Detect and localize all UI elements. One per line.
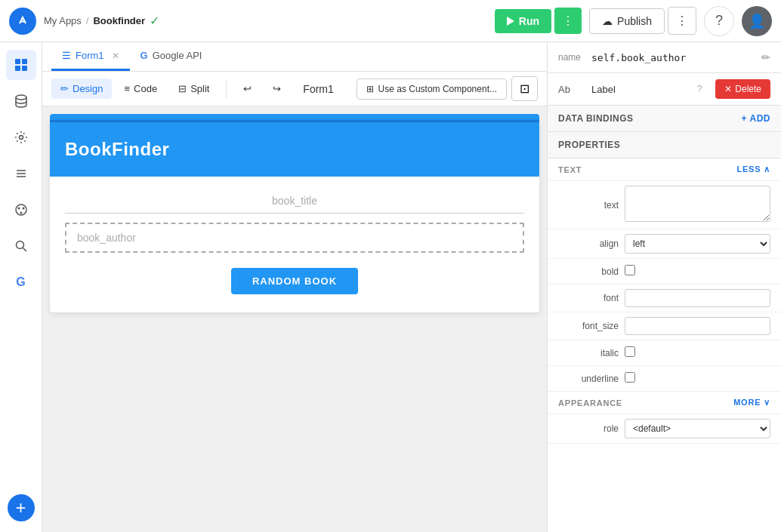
help-button[interactable]: ?: [704, 6, 734, 36]
role-prop-row: role <default> primary secondary danger: [548, 414, 781, 444]
user-avatar[interactable]: 👤: [742, 6, 772, 36]
sidebar-icon-grid[interactable]: [6, 50, 36, 80]
design-label: Design: [73, 83, 103, 94]
name-row: name self.book_author ✏: [548, 42, 781, 73]
undo-button[interactable]: ↩: [234, 78, 261, 99]
align-prop-label: align: [558, 238, 619, 249]
role-select[interactable]: <default> primary secondary danger: [625, 419, 770, 438]
sidebar-icon-google[interactable]: G: [6, 267, 36, 297]
bold-checkbox[interactable]: [625, 265, 635, 275]
data-bindings-section: DATA BINDINGS + ADD: [548, 106, 781, 132]
center-area: ☰ Form1 ✕ G Google API ✏ Design ≡ Code ⊟…: [42, 42, 547, 532]
underline-prop-value: [625, 372, 770, 385]
sidebar-icon-palette[interactable]: [6, 195, 36, 225]
svg-point-12: [17, 208, 20, 210]
question-icon: ?: [715, 13, 723, 29]
split-icon: ⊟: [178, 83, 187, 94]
align-prop-value: left center right justify: [625, 234, 770, 254]
delete-x-icon: ✕: [724, 84, 732, 94]
layout-toggle-button[interactable]: ⊡: [511, 76, 538, 101]
underline-checkbox[interactable]: [625, 372, 635, 383]
form-btn-row: RANDOM BOOK: [65, 262, 524, 300]
svg-rect-5: [22, 66, 27, 71]
left-sidebar: G +: [0, 42, 42, 532]
run-triangle-icon: [507, 17, 514, 26]
sidebar-icon-list[interactable]: [6, 158, 36, 189]
data-bindings-label: DATA BINDINGS: [558, 113, 634, 124]
random-book-button[interactable]: RANDOM BOOK: [231, 268, 358, 294]
text-section-label: TEXT: [558, 165, 582, 174]
more-button[interactable]: MORE ∨: [733, 398, 770, 407]
toolbar-right: ⊞ Use as Custom Component... ⊡: [357, 76, 538, 101]
sidebar-icon-settings[interactable]: [6, 122, 36, 152]
design-button[interactable]: ✏ Design: [51, 78, 112, 99]
appearance-group-label: APPEARANCE MORE ∨: [548, 392, 781, 414]
tab-form1[interactable]: ☰ Form1 ✕: [51, 42, 130, 71]
font-input[interactable]: [625, 289, 770, 307]
underline-prop-label: underline: [558, 374, 619, 384]
publish-label: Publish: [617, 15, 652, 27]
publish-kebab-button[interactable]: ⋮: [668, 7, 696, 35]
breadcrumb: My Apps / Bookfinder ✓: [44, 14, 159, 28]
breadcrumb-sep: /: [86, 15, 89, 26]
book-author-placeholder: book_author: [77, 232, 136, 244]
book-title-field: book_title: [65, 189, 524, 214]
split-button[interactable]: ⊟ Split: [169, 78, 218, 99]
name-prop-value: self.book_author: [591, 52, 755, 63]
edit-name-icon[interactable]: ✏: [761, 51, 770, 63]
breadcrumb-apps[interactable]: My Apps: [44, 15, 82, 26]
align-prop-row: align left center right justify: [548, 229, 781, 259]
design-icon: ✏: [60, 83, 69, 94]
custom-component-label: Use as Custom Component...: [378, 84, 497, 94]
text-input[interactable]: [625, 186, 770, 222]
sidebar-icon-search[interactable]: [6, 231, 36, 261]
custom-component-button[interactable]: ⊞ Use as Custom Component...: [357, 78, 507, 100]
book-author-field[interactable]: book_author: [65, 223, 524, 253]
svg-rect-2: [15, 59, 20, 64]
delete-button[interactable]: ✕ Delete: [715, 79, 770, 99]
help-icon[interactable]: ?: [697, 84, 702, 94]
italic-prop-label: italic: [558, 348, 619, 358]
less-button[interactable]: LESS ∧: [736, 165, 770, 174]
sidebar-icon-database[interactable]: [6, 86, 36, 116]
add-icon: +: [15, 499, 26, 517]
italic-checkbox[interactable]: [625, 346, 635, 357]
text-prop-label: text: [558, 200, 619, 211]
form-preview: BookFinder book_title book_author RANDOM…: [50, 120, 539, 312]
code-icon: ≡: [124, 83, 130, 94]
tab-google-api-label: Google API: [153, 50, 202, 61]
text-prop-value: [625, 186, 770, 224]
properties-section: PROPERTIES: [548, 132, 781, 158]
code-label: Code: [134, 83, 157, 94]
book-title-placeholder: book_title: [272, 195, 317, 207]
redo-button[interactable]: ↪: [264, 78, 290, 99]
font-size-prop-label: font_size: [558, 321, 619, 331]
text-prop-row: text: [548, 181, 781, 229]
svg-point-15: [16, 241, 23, 249]
tab-form1-label: Form1: [76, 50, 104, 61]
app-logo[interactable]: [9, 8, 36, 35]
code-button[interactable]: ≡ Code: [115, 78, 166, 99]
undo-icon: ↩: [243, 83, 252, 94]
run-kebab-button[interactable]: ⋮: [554, 8, 582, 34]
form-body: book_title book_author RANDOM BOOK: [50, 177, 539, 312]
toolbar-separator: [226, 80, 227, 98]
tab-google-api[interactable]: G Google API: [130, 42, 213, 71]
properties-label: PROPERTIES: [558, 140, 620, 150]
align-select[interactable]: left center right justify: [625, 234, 770, 254]
sidebar-add-button[interactable]: +: [8, 494, 35, 521]
publish-button[interactable]: ☁ Publish: [589, 8, 665, 34]
svg-rect-3: [22, 59, 27, 64]
font-size-input[interactable]: [625, 317, 770, 335]
svg-point-7: [19, 136, 23, 140]
svg-point-14: [20, 212, 22, 214]
run-label: Run: [519, 15, 539, 27]
avatar-icon: 👤: [749, 13, 765, 29]
form-header-title: BookFinder: [65, 139, 169, 159]
tab-form1-close[interactable]: ✕: [112, 51, 119, 61]
add-binding-button[interactable]: + ADD: [742, 113, 770, 124]
italic-prop-value: [625, 346, 770, 359]
run-button[interactable]: Run: [495, 9, 551, 33]
svg-line-16: [23, 248, 26, 252]
tab-form1-icon: ☰: [62, 50, 71, 61]
